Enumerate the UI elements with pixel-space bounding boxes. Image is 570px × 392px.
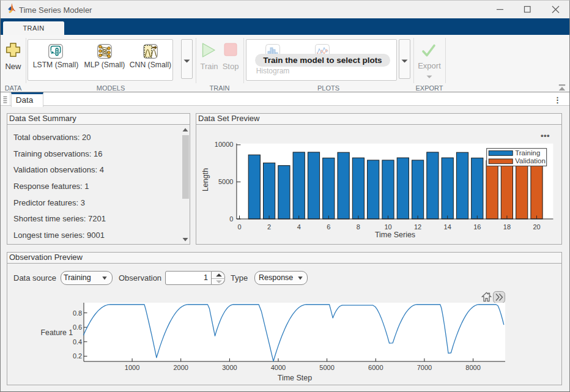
svg-text:0: 0 <box>229 215 233 223</box>
svg-text:16: 16 <box>473 223 481 231</box>
svg-text:4000: 4000 <box>271 364 286 371</box>
svg-text:10000: 10000 <box>215 141 234 148</box>
svg-text:Feature 1: Feature 1 <box>41 328 73 337</box>
svg-text:0.8: 0.8 <box>73 309 82 317</box>
svg-text:Training: Training <box>515 149 540 157</box>
svg-text:3000: 3000 <box>222 364 237 371</box>
svg-text:14: 14 <box>444 223 451 231</box>
svg-text:Length: Length <box>201 168 210 191</box>
svg-text:8: 8 <box>357 223 360 231</box>
svg-text:8000: 8000 <box>465 364 480 371</box>
svg-text:0.6: 0.6 <box>73 324 82 331</box>
svg-text:5000: 5000 <box>319 364 334 371</box>
svg-text:2: 2 <box>267 223 271 231</box>
svg-text:6000: 6000 <box>368 364 383 371</box>
svg-text:5000: 5000 <box>218 178 233 185</box>
svg-text:Time Step: Time Step <box>278 374 313 382</box>
svg-text:18: 18 <box>503 223 511 231</box>
svg-text:0.4: 0.4 <box>73 338 82 346</box>
svg-text:2000: 2000 <box>173 364 188 371</box>
svg-text:Validation: Validation <box>515 157 546 165</box>
svg-text:0.2: 0.2 <box>73 352 82 360</box>
svg-text:0: 0 <box>237 223 241 231</box>
svg-text:12: 12 <box>414 223 421 231</box>
svg-text:4: 4 <box>297 223 301 231</box>
svg-text:Time Series: Time Series <box>375 231 415 239</box>
svg-text:7000: 7000 <box>417 364 432 371</box>
svg-text:10: 10 <box>384 223 391 231</box>
svg-text:1000: 1000 <box>125 364 139 371</box>
svg-text:6: 6 <box>327 223 330 231</box>
svg-text:20: 20 <box>533 223 540 231</box>
